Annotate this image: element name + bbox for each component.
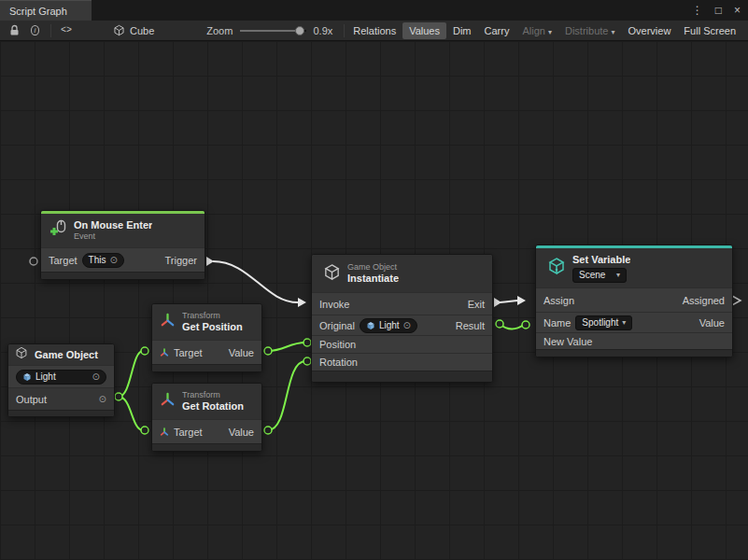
object-picker-icon[interactable]: ⊙ [92, 372, 100, 382]
code-view-icon[interactable]: <> [61, 23, 72, 38]
wire-exit-to-assign [500, 301, 518, 302]
info-icon[interactable]: i [31, 25, 39, 35]
tab-title: Script Graph [9, 6, 67, 17]
node-title: Set Variable [572, 254, 630, 266]
light-value: Light [35, 371, 56, 383]
original-object-field[interactable]: Light ⊙ [360, 318, 417, 333]
chevron-down-icon: ▾ [622, 317, 626, 329]
variable-icon [547, 257, 566, 279]
wire-rotation-value [268, 361, 305, 430]
node-get-position[interactable]: Transform Get Position Target Value [151, 303, 262, 372]
lock-icon[interactable] [9, 23, 20, 38]
game-object-icon [22, 372, 32, 382]
instantiate-position-port[interactable] [303, 339, 311, 346]
getposition-target-port[interactable] [141, 347, 148, 355]
distribute-button[interactable]: Distribute ▾ [558, 22, 622, 39]
wire-light-to-getrotation [119, 397, 143, 430]
zoom-slider-handle[interactable] [295, 26, 304, 35]
exit-port-label: Exit [468, 299, 485, 310]
wire-position-value [268, 343, 305, 351]
instantiate-rotation-port[interactable] [303, 357, 311, 365]
node-game-object-light[interactable]: Game Object Light ⊙ Output ⊙ [7, 343, 115, 417]
node-subtitle: Event [74, 231, 152, 242]
wire-trigger-to-invoke [213, 261, 298, 302]
exit-output-port[interactable] [494, 298, 501, 307]
chevron-down-icon: ▾ [616, 270, 620, 281]
cube-icon [15, 346, 28, 363]
light-output-port[interactable] [115, 393, 122, 400]
value-port-label: Value [699, 317, 725, 329]
graph-owner-label: Cube [130, 25, 154, 36]
chevron-down-icon: ▾ [548, 28, 552, 36]
getrotation-value-port[interactable] [264, 427, 272, 434]
target-this-field[interactable]: This ⊙ [82, 253, 124, 268]
node-footer [41, 272, 205, 279]
values-button[interactable]: Values [402, 22, 446, 39]
mouse-enter-target-port[interactable] [30, 258, 37, 265]
zoom-label: Zoom [206, 25, 233, 36]
wire-light-to-getposition [119, 351, 143, 397]
relations-button[interactable]: Relations [346, 22, 402, 39]
target-port-label: Target [174, 427, 203, 438]
output-port-icon[interactable]: ⊙ [99, 394, 106, 404]
getrotation-target-port[interactable] [141, 427, 148, 434]
instantiate-result-port[interactable] [496, 320, 503, 328]
fullscreen-button[interactable]: Full Screen [677, 22, 742, 39]
setvariable-newvalue-port[interactable] [522, 321, 529, 329]
window-controls: ⋮ □ × [692, 0, 748, 21]
carry-button[interactable]: Carry [478, 22, 516, 39]
game-object-icon [366, 321, 375, 330]
rotation-port-label: Rotation [319, 357, 358, 368]
node-set-variable[interactable]: Set Variable Scene ▾ Assign Assigned Nam… [535, 245, 733, 357]
window-maximize-icon[interactable]: □ [715, 5, 722, 16]
node-category: Transform [182, 311, 243, 321]
on-mouse-enter-icon [49, 219, 67, 242]
object-picker-icon[interactable]: ⊙ [403, 321, 411, 330]
cube-icon [113, 23, 125, 38]
node-title: On Mouse Enter [74, 219, 152, 231]
trigger-output-port[interactable] [206, 257, 214, 266]
target-port-label: Target [49, 255, 78, 266]
getposition-value-port[interactable] [264, 347, 272, 355]
node-instantiate[interactable]: Game Object Instantiate Invoke Exit Orig… [311, 254, 493, 383]
this-value: This [89, 255, 106, 266]
zoom-slider[interactable] [240, 26, 306, 35]
assign-input-port[interactable] [517, 296, 526, 305]
transform-icon [160, 392, 176, 412]
window-menu-icon[interactable]: ⋮ [692, 5, 703, 16]
assigned-output-port[interactable] [732, 296, 741, 305]
light-object-field[interactable]: Light ⊙ [16, 370, 106, 385]
graph-canvas[interactable]: On Mouse Enter Event Target This ⊙ Trigg… [0, 41, 748, 560]
unity-visual-scripting-window: Script Graph ⋮ □ × i <> Cube Zoom 0.9x R [0, 0, 748, 560]
align-button[interactable]: Align ▾ [515, 22, 558, 39]
node-footer [8, 410, 114, 416]
scope-value: Scene [579, 270, 605, 281]
align-button-label: Align [522, 25, 544, 36]
transform-icon [160, 313, 176, 332]
value-port-label: Value [229, 427, 254, 438]
original-value: Light [379, 320, 400, 331]
result-port-label: Result [456, 320, 485, 331]
variable-scope-dropdown[interactable]: Scene ▾ [572, 268, 627, 283]
tab-script-graph[interactable]: Script Graph [0, 0, 92, 21]
name-value: Spotlight [582, 317, 618, 329]
variable-name-dropdown[interactable]: Spotlight ▾ [575, 315, 632, 330]
graph-owner[interactable]: Cube [113, 23, 154, 38]
graph-toolbar: i <> Cube Zoom 0.9x Relations Values Dim… [0, 21, 748, 41]
node-get-rotation[interactable]: Transform Get Rotation Target Value [151, 383, 262, 452]
node-footer [152, 443, 261, 451]
assigned-port-label: Assigned [683, 295, 725, 306]
invoke-input-port[interactable] [298, 298, 306, 307]
node-title: Game Object [35, 349, 98, 361]
node-category: Transform [182, 390, 244, 400]
node-on-mouse-enter[interactable]: On Mouse Enter Event Target This ⊙ Trigg… [40, 210, 205, 280]
object-picker-icon[interactable]: ⊙ [109, 256, 117, 265]
dim-button[interactable]: Dim [446, 22, 478, 39]
zoom-value: 0.9x [313, 25, 332, 36]
window-close-icon[interactable]: × [734, 5, 741, 16]
node-title: Instantiate [347, 273, 399, 285]
output-port-label: Output [16, 394, 47, 405]
toolbar-separator [344, 24, 345, 37]
overview-button[interactable]: Overview [622, 22, 678, 39]
node-title: Get Rotation [182, 400, 244, 413]
